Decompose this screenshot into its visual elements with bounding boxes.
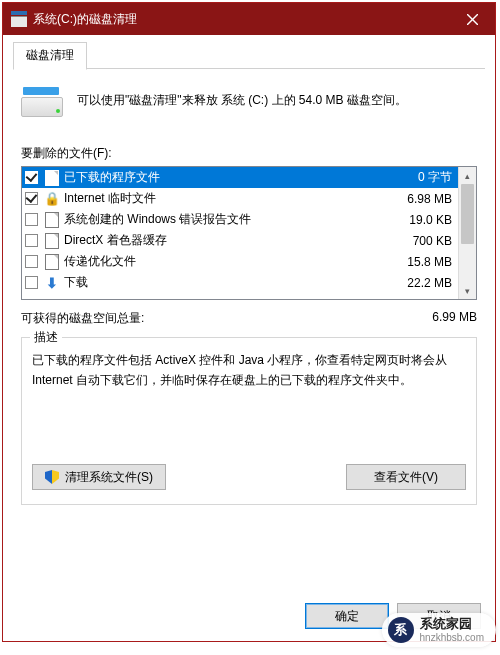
- file-checkbox[interactable]: [25, 234, 38, 247]
- file-name: DirectX 着色器缓存: [64, 232, 382, 249]
- watermark: 系 系统家园 hnzkhbsb.com: [382, 613, 496, 647]
- watermark-title: 系统家园: [420, 617, 484, 632]
- dialog-window: 系统(C:)的磁盘清理 磁盘清理 可以使用"磁盘清理"来释放 系统 (C:) 上…: [2, 2, 496, 642]
- scroll-down-button[interactable]: ▾: [459, 282, 476, 299]
- file-row[interactable]: 系统创建的 Windows 错误报告文件19.0 KB: [22, 209, 458, 230]
- file-row[interactable]: DirectX 着色器缓存700 KB: [22, 230, 458, 251]
- shield-icon: [45, 470, 59, 484]
- download-icon: ⬇: [44, 275, 60, 291]
- files-label: 要删除的文件(F):: [21, 145, 477, 162]
- intro-row: 可以使用"磁盘清理"来释放 系统 (C:) 上的 54.0 MB 磁盘空间。: [21, 87, 477, 125]
- file-checkbox[interactable]: [25, 213, 38, 226]
- close-icon: [467, 14, 478, 25]
- ok-button[interactable]: 确定: [305, 603, 389, 629]
- file-size: 0 字节: [382, 169, 454, 186]
- file-checkbox[interactable]: [25, 192, 38, 205]
- total-label: 可获得的磁盘空间总量:: [21, 310, 377, 327]
- file-name: 系统创建的 Windows 错误报告文件: [64, 211, 382, 228]
- scroll-thumb[interactable]: [461, 184, 474, 244]
- description-text: 已下载的程序文件包括 ActiveX 控件和 Java 小程序，你查看特定网页时…: [32, 350, 466, 422]
- clean-system-files-label: 清理系统文件(S): [65, 469, 153, 486]
- description-legend: 描述: [30, 329, 62, 346]
- page-icon: [44, 233, 60, 249]
- total-row: 可获得的磁盘空间总量: 6.99 MB: [21, 310, 477, 327]
- total-value: 6.99 MB: [377, 310, 477, 327]
- file-name: 传递优化文件: [64, 253, 382, 270]
- watermark-url: hnzkhbsb.com: [420, 632, 484, 644]
- page-icon: [44, 212, 60, 228]
- file-list[interactable]: 已下载的程序文件0 字节🔒Internet 临时文件6.98 MB系统创建的 W…: [21, 166, 477, 300]
- file-row[interactable]: 🔒Internet 临时文件6.98 MB: [22, 188, 458, 209]
- file-size: 19.0 KB: [382, 213, 454, 227]
- file-size: 15.8 MB: [382, 255, 454, 269]
- view-files-button[interactable]: 查看文件(V): [346, 464, 466, 490]
- window-title: 系统(C:)的磁盘清理: [33, 11, 449, 28]
- file-size: 700 KB: [382, 234, 454, 248]
- file-name: 已下载的程序文件: [64, 169, 382, 186]
- view-files-label: 查看文件(V): [374, 469, 438, 486]
- lock-icon: 🔒: [44, 191, 60, 207]
- close-button[interactable]: [449, 3, 495, 35]
- watermark-logo: 系: [388, 617, 414, 643]
- file-name: Internet 临时文件: [64, 190, 382, 207]
- file-row[interactable]: 已下载的程序文件0 字节: [22, 167, 458, 188]
- file-checkbox[interactable]: [25, 255, 38, 268]
- file-name: 下载: [64, 274, 382, 291]
- page-icon: [44, 254, 60, 270]
- tab-disk-cleanup[interactable]: 磁盘清理: [13, 42, 87, 70]
- file-size: 22.2 MB: [382, 276, 454, 290]
- titlebar[interactable]: 系统(C:)的磁盘清理: [3, 3, 495, 35]
- file-checkbox[interactable]: [25, 171, 38, 184]
- description-group: 描述 已下载的程序文件包括 ActiveX 控件和 Java 小程序，你查看特定…: [21, 337, 477, 505]
- tab-strip: 磁盘清理: [13, 43, 485, 69]
- file-row[interactable]: ⬇下载22.2 MB: [22, 272, 458, 293]
- page-icon: [44, 170, 60, 186]
- drive-large-icon: [21, 87, 63, 125]
- file-checkbox[interactable]: [25, 276, 38, 289]
- scroll-up-button[interactable]: ▴: [459, 167, 476, 184]
- intro-text: 可以使用"磁盘清理"来释放 系统 (C:) 上的 54.0 MB 磁盘空间。: [77, 87, 477, 110]
- file-size: 6.98 MB: [382, 192, 454, 206]
- scrollbar[interactable]: ▴ ▾: [458, 167, 476, 299]
- clean-system-files-button[interactable]: 清理系统文件(S): [32, 464, 166, 490]
- file-row[interactable]: 传递优化文件15.8 MB: [22, 251, 458, 272]
- drive-icon: [11, 11, 27, 27]
